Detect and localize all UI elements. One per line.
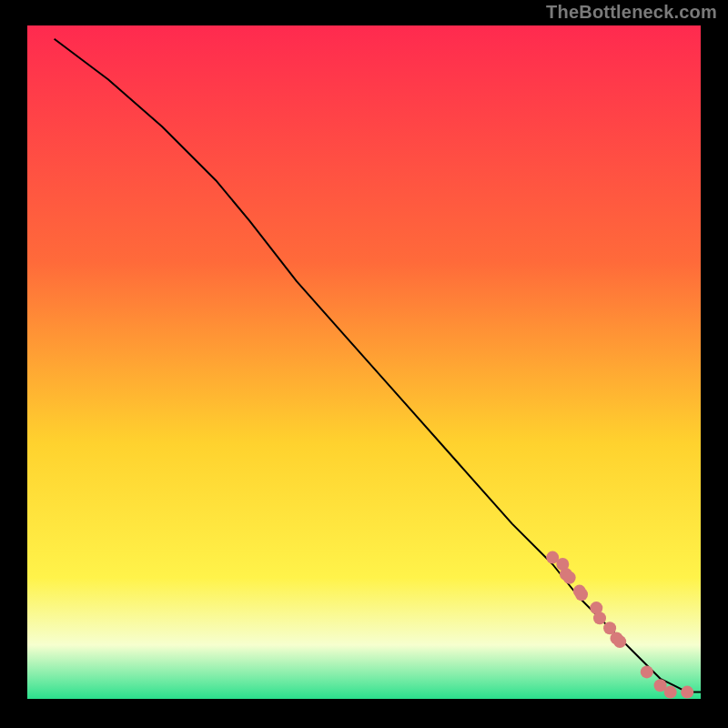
marker-data-points xyxy=(681,686,693,699)
chart-container: TheBottleneck.com xyxy=(0,0,728,728)
attribution-label: TheBottleneck.com xyxy=(546,2,717,23)
gradient-background xyxy=(27,25,701,699)
marker-data-points xyxy=(593,612,606,624)
chart-svg xyxy=(27,25,701,699)
marker-data-points xyxy=(664,686,677,699)
marker-data-points xyxy=(613,635,626,648)
marker-data-points xyxy=(575,588,588,601)
marker-data-points xyxy=(641,665,653,678)
chart-plot-area xyxy=(27,25,701,699)
marker-data-points xyxy=(563,571,576,584)
